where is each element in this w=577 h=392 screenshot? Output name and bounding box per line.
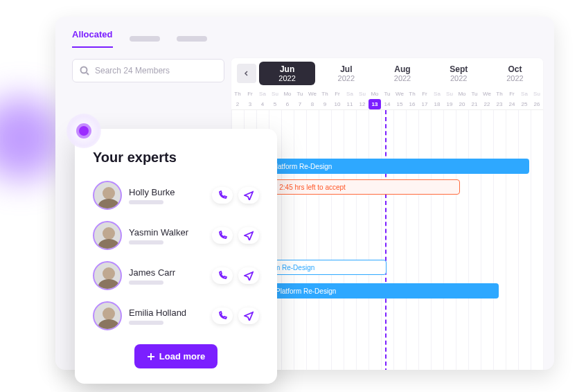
month-oct[interactable]: Oct2022: [487, 64, 543, 82]
phone-icon: [218, 271, 227, 280]
expert-actions: [212, 187, 259, 204]
day-numbers: 2345678910111213141516171819202122232425…: [231, 99, 543, 109]
search-input[interactable]: Search 24 Members: [72, 59, 224, 82]
day-num[interactable]: 2: [231, 99, 244, 109]
day-num[interactable]: 14: [381, 99, 393, 109]
day-label: Fr: [331, 89, 344, 99]
avatar[interactable]: [93, 221, 122, 250]
day-num[interactable]: 22: [481, 99, 493, 109]
day-header: ThFrSaSuMoTuWeThFrSaSuMoTuWeThFrSaSuMoTu…: [231, 89, 543, 99]
day-label: Fr: [506, 89, 518, 99]
day-label: Th: [231, 89, 244, 99]
day-num[interactable]: 17: [418, 99, 431, 109]
current-day-line: [385, 110, 387, 370]
day-num[interactable]: 16: [406, 99, 418, 109]
load-more-button[interactable]: Load more: [134, 344, 218, 368]
send-button[interactable]: [238, 187, 259, 204]
time-left-label: 2:45 hrs left to accept: [279, 184, 346, 191]
day-num[interactable]: 3: [244, 99, 256, 109]
day-label: Th: [319, 89, 331, 99]
expert-actions: [212, 227, 259, 244]
day-label: Sa: [431, 89, 443, 99]
send-button[interactable]: [238, 308, 259, 324]
day-label: We: [306, 89, 319, 99]
load-more-label: Load more: [159, 351, 205, 362]
day-num[interactable]: 6: [281, 99, 294, 109]
avatar[interactable]: [93, 261, 122, 290]
send-button[interactable]: [238, 227, 259, 244]
send-icon: [244, 190, 254, 200]
expert-name: Emilia Holland: [129, 308, 205, 318]
day-label: Th: [493, 89, 506, 99]
day-num[interactable]: 26: [531, 99, 543, 109]
tab-allocated[interactable]: Allocated: [72, 29, 113, 48]
tab-placeholder[interactable]: [130, 36, 160, 42]
day-label: Tu: [468, 89, 481, 99]
send-button[interactable]: [238, 267, 259, 284]
expert-sub: [129, 240, 163, 244]
expert-name: Yasmin Walker: [129, 227, 205, 238]
expert-info: James Carr: [129, 267, 205, 285]
send-icon: [244, 271, 254, 280]
day-label: Su: [269, 89, 281, 99]
day-num[interactable]: 7: [294, 99, 306, 109]
gantt-bar[interactable]: Platform Re-Design: [266, 159, 529, 174]
expert-sub: [129, 321, 163, 325]
day-num[interactable]: 21: [468, 99, 481, 109]
send-icon: [244, 311, 254, 321]
expert-row: Holly Burke: [93, 175, 259, 215]
expert-info: Yasmin Walker: [129, 227, 205, 244]
day-label: Mo: [369, 89, 381, 99]
pulse-indicator: [66, 114, 101, 148]
chevron-left-icon: [243, 70, 250, 77]
expert-row: James Carr: [93, 256, 259, 296]
expert-actions: [212, 267, 259, 284]
calendar: Jun2022 Jul2022 Aug2022 Sept2022 Oct2022…: [231, 58, 543, 370]
expert-actions: [212, 308, 259, 324]
call-button[interactable]: [212, 187, 233, 204]
day-num[interactable]: 15: [393, 99, 406, 109]
day-num[interactable]: 24: [506, 99, 518, 109]
day-num[interactable]: 4: [256, 99, 269, 109]
day-label: Tu: [294, 89, 306, 99]
month-jul[interactable]: Jul2022: [318, 64, 374, 82]
expert-info: Emilia Holland: [129, 308, 205, 325]
day-num[interactable]: 8: [306, 99, 319, 109]
experts-popup: Your experts Holly Burke Yasmin Walker J…: [75, 129, 277, 384]
month-aug[interactable]: Aug2022: [374, 64, 430, 82]
day-num[interactable]: 10: [331, 99, 344, 109]
avatar[interactable]: [93, 181, 122, 210]
day-num[interactable]: 11: [344, 99, 356, 109]
gantt-area: Platform Re-Design Request 2:45 hrs left…: [231, 109, 543, 370]
day-label: We: [393, 89, 406, 99]
tab-placeholder[interactable]: [177, 36, 207, 42]
day-num[interactable]: 12: [356, 99, 369, 109]
day-label: Su: [531, 89, 543, 99]
day-num[interactable]: 25: [518, 99, 531, 109]
call-button[interactable]: [212, 308, 233, 324]
day-num[interactable]: 20: [456, 99, 468, 109]
avatar[interactable]: [93, 301, 122, 330]
phone-icon: [218, 311, 227, 321]
expert-sub: [129, 280, 163, 285]
expert-info: Holly Burke: [129, 187, 205, 204]
search-placeholder: Search 24 Members: [95, 66, 170, 75]
day-num[interactable]: 13: [369, 99, 381, 109]
day-num[interactable]: 18: [431, 99, 443, 109]
day-num[interactable]: 23: [493, 99, 506, 109]
day-num[interactable]: 5: [269, 99, 281, 109]
plus-icon: [147, 353, 155, 361]
call-button[interactable]: [212, 227, 233, 244]
day-num[interactable]: 9: [319, 99, 331, 109]
month-header: Jun2022 Jul2022 Aug2022 Sept2022 Oct2022: [231, 58, 543, 89]
day-num[interactable]: 19: [443, 99, 456, 109]
day-label: Fr: [418, 89, 431, 99]
svg-point-0: [81, 67, 87, 73]
prev-month-button[interactable]: [237, 64, 256, 83]
gantt-bar[interactable]: Platform Re-Design: [270, 283, 499, 299]
month-sept[interactable]: Sept2022: [431, 64, 487, 82]
day-label: We: [481, 89, 493, 99]
month-jun[interactable]: Jun2022: [259, 62, 315, 85]
call-button[interactable]: [212, 267, 233, 284]
experts-title: Your experts: [93, 150, 259, 166]
